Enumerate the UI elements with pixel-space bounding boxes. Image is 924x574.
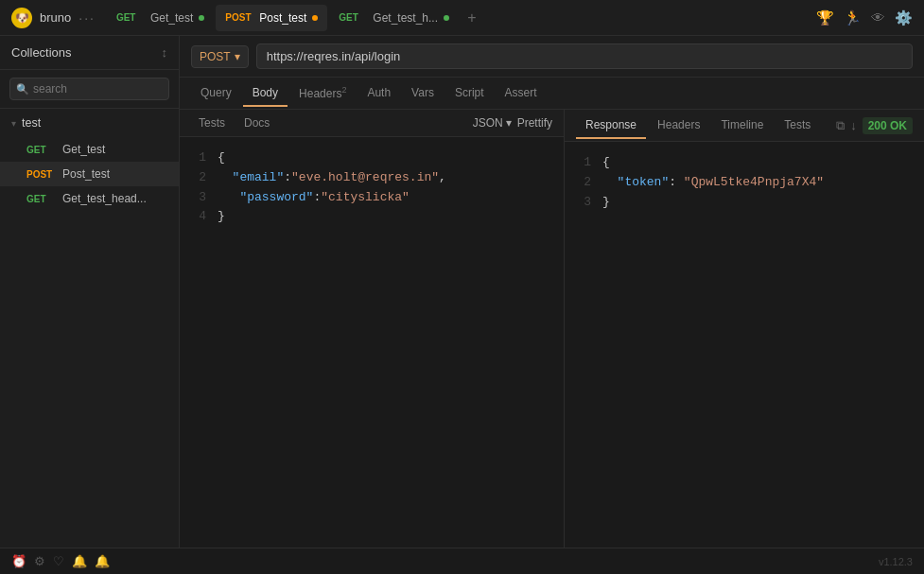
method-badge: GET [26, 145, 55, 155]
request-item-get-test[interactable]: GET Get_test [0, 137, 179, 162]
statusbar-icons: ⏰ ⚙ ♡ 🔔 🔔 [11, 554, 110, 568]
collection-header[interactable]: ▾ test [0, 109, 179, 137]
new-tab-button[interactable]: + [461, 7, 483, 29]
bell-icon[interactable]: 🔔 [72, 554, 87, 568]
editor-response-area: Tests Docs JSON ▾ Prettify 1 { [180, 110, 924, 548]
url-input[interactable]: https://reqres.in/api/login [256, 43, 913, 69]
tab-auth[interactable]: Auth [357, 80, 400, 107]
status-badge: 200 OK [863, 117, 913, 134]
tab-post-test[interactable]: POST Post_test [216, 5, 327, 31]
sidebar-header-actions: ↕ [162, 45, 168, 60]
tab-name: Get_test [150, 11, 193, 25]
request-name: Get_test [62, 143, 105, 156]
chevron-down-icon: ▾ [11, 118, 16, 129]
heart-icon[interactable]: ♡ [53, 554, 64, 568]
tab-name: Post_test [259, 11, 306, 25]
response-tabs: Response Headers Timeline Tests ⧉ ↓ 200 … [565, 110, 924, 142]
collection-name: test [22, 116, 41, 130]
sidebar: Collections ↕ 🔍 ▾ test GET Get_test POST… [0, 36, 180, 548]
eye-icon[interactable]: 👁 [871, 9, 885, 26]
method-badge: GET [26, 194, 55, 204]
tab-bar: GET Get_test POST Post_test GET Get_test… [107, 5, 816, 31]
search-icon: 🔍 [16, 83, 29, 96]
tab-vars[interactable]: Vars [402, 80, 444, 107]
subtab-docs[interactable]: Docs [236, 113, 277, 132]
resp-line-3: 3 } [576, 193, 913, 213]
download-icon[interactable]: ↓ [850, 118, 857, 132]
settings-small-icon[interactable]: ⚙ [34, 554, 45, 568]
titlebar-icons: 🏆 🏃 👁 ⚙️ [816, 9, 913, 26]
editor-subtabs: Tests Docs [191, 113, 277, 132]
response-tab-headers[interactable]: Headers [648, 113, 709, 139]
prettify-button[interactable]: Prettify [517, 116, 552, 130]
tab-get-test-h[interactable]: GET Get_test_h... [329, 5, 459, 31]
tab-headers[interactable]: Headers2 [289, 79, 356, 108]
search-container: 🔍 [0, 70, 179, 109]
tab-get-test[interactable]: GET Get_test [107, 5, 214, 31]
response-body: 1 { 2 "token": "QpwL5tke4Pnpja7X4" 3 } [565, 142, 924, 548]
notification-icon[interactable]: 🔔 [95, 554, 110, 568]
response-panel: Response Headers Timeline Tests ⧉ ↓ 200 … [565, 110, 924, 548]
editor-toolbar: Tests Docs JSON ▾ Prettify [180, 110, 564, 137]
body-editor-panel: Tests Docs JSON ▾ Prettify 1 { [180, 110, 565, 548]
format-selector[interactable]: JSON ▾ [473, 116, 512, 130]
sidebar-header: Collections ↕ [0, 36, 179, 70]
main-layout: Collections ↕ 🔍 ▾ test GET Get_test POST… [0, 36, 924, 548]
response-tab-timeline[interactable]: Timeline [711, 113, 773, 139]
resp-line-1: 1 { [576, 153, 913, 173]
modified-dot [444, 15, 449, 21]
more-options-icon[interactable]: ··· [78, 10, 96, 26]
format-label: JSON [473, 116, 503, 130]
tab-script[interactable]: Script [445, 80, 494, 107]
json-mode-controls: JSON ▾ Prettify [473, 116, 552, 130]
request-name: Post_test [62, 167, 110, 181]
copy-icon[interactable]: ⧉ [836, 118, 845, 133]
response-tab-response[interactable]: Response [576, 113, 646, 139]
code-line-1: 1 { [191, 148, 552, 168]
resp-line-2: 2 "token": "QpwL5tke4Pnpja7X4" [576, 173, 913, 193]
code-line-4: 4 } [191, 207, 552, 227]
status-area: ⧉ ↓ 200 OK [836, 117, 913, 134]
tab-name: Get_test_h... [373, 11, 438, 25]
trophy-icon[interactable]: 🏆 [816, 9, 834, 26]
url-bar: POST ▾ https://reqres.in/api/login [180, 36, 924, 78]
avatar: 🐶 [11, 8, 32, 28]
method-badge-post: POST [225, 12, 253, 23]
tab-assert[interactable]: Assert [496, 80, 547, 107]
response-icons: ⧉ ↓ [836, 118, 857, 133]
request-item-post-test[interactable]: POST Post_test [0, 162, 179, 186]
titlebar: 🐶 bruno ··· GET Get_test POST Post_test … [0, 0, 924, 36]
format-chevron-icon: ▾ [506, 116, 512, 130]
modified-dot [199, 15, 204, 21]
request-name: Get_test_head... [62, 192, 147, 205]
content-area: POST ▾ https://reqres.in/api/login Query… [180, 36, 924, 548]
code-line-3: 3 "password":"cityslicka" [191, 188, 552, 208]
response-tab-tests[interactable]: Tests [775, 113, 820, 139]
code-line-2: 2 "email":"eve.holt@reqres.in", [191, 168, 552, 188]
method-badge-get: GET [339, 12, 367, 23]
method-badge-get: GET [116, 12, 145, 23]
statusbar: ⏰ ⚙ ♡ 🔔 🔔 v1.12.3 [0, 548, 924, 574]
user-name: bruno [40, 10, 71, 25]
version-label: v1.12.3 [879, 556, 913, 567]
run-icon[interactable]: 🏃 [844, 9, 862, 26]
code-editor[interactable]: 1 { 2 "email":"eve.holt@reqres.in", 3 "p… [180, 137, 564, 548]
tab-body[interactable]: Body [243, 80, 288, 107]
method-chevron-icon: ▾ [235, 50, 240, 63]
clock-icon[interactable]: ⏰ [11, 554, 26, 568]
search-input[interactable] [9, 78, 169, 100]
modified-dot [312, 15, 318, 21]
subtab-tests[interactable]: Tests [191, 113, 233, 132]
request-item-get-test-head[interactable]: GET Get_test_head... [0, 186, 179, 211]
sort-icon[interactable]: ↕ [162, 45, 168, 60]
tab-query[interactable]: Query [191, 80, 241, 107]
search-wrapper: 🔍 [9, 78, 169, 100]
method-select[interactable]: POST ▾ [191, 45, 249, 68]
collections-label: Collections [11, 45, 72, 60]
method-label: POST [200, 50, 231, 63]
method-badge: POST [26, 169, 55, 180]
request-tabs: Query Body Headers2 Auth Vars Script Ass… [180, 78, 924, 110]
settings-icon[interactable]: ⚙️ [895, 9, 913, 26]
